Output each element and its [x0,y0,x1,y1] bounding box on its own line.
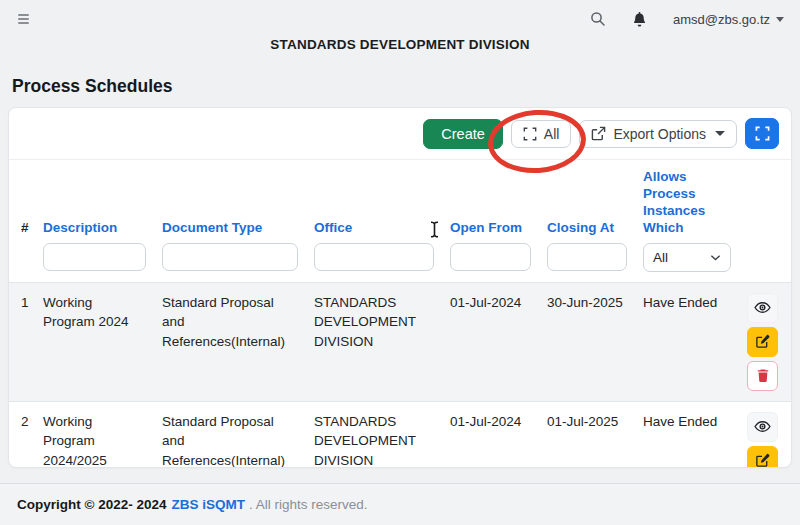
export-options-button[interactable]: Export Options [579,120,737,148]
copyright-text: Copyright © 2022- 2024 [17,497,167,512]
edit-icon [755,334,770,349]
column-header-actions [739,160,791,241]
chevron-down-icon [715,131,725,136]
rights-text: . All rights reserved. [249,497,368,512]
delete-button[interactable] [747,361,778,391]
header-row: # Description Document Type Office Open … [9,160,791,241]
eye-icon [754,418,771,435]
cell-closing-at: 01-Jul-2025 [539,401,635,468]
column-header-description[interactable]: Description [35,160,154,241]
column-header-open-from[interactable]: Open From [442,160,539,241]
expand-brackets-icon [523,127,537,141]
cell-open-from: 01-Jul-2024 [442,401,539,468]
cell-description: Working Program 2024 [35,282,154,401]
column-header-document-type[interactable]: Document Type [154,160,306,241]
cell-allows: Have Ended [635,401,739,468]
brand-link[interactable]: ZBS iSQMT [172,497,246,512]
export-icon [591,126,606,141]
edit-button[interactable] [747,327,778,357]
office-filter-input[interactable] [314,243,434,271]
chevron-down-icon [710,252,721,263]
cell-description: Working Program 2024/2025 [35,401,154,468]
show-all-button[interactable]: All [511,120,572,148]
cell-allows: Have Ended [635,282,739,401]
view-button[interactable] [747,412,778,442]
allows-filter-select[interactable]: All [643,243,731,272]
view-button[interactable] [747,293,778,323]
chevron-down-icon [776,17,784,22]
footer: Copyright © 2022- 2024 ZBS iSQMT . All r… [0,483,800,525]
fullscreen-button[interactable] [745,118,779,149]
cell-closing-at: 30-Jun-2025 [539,282,635,401]
column-header-closing-at[interactable]: Closing At [539,160,635,241]
create-button[interactable]: Create [423,119,503,149]
document-type-filter-input[interactable] [162,243,298,271]
user-account-dropdown[interactable]: amsd@zbs.go.tz [673,12,784,27]
user-email: amsd@zbs.go.tz [673,12,770,27]
page-title: Process Schedules [12,76,800,97]
cell-document-type: Standard Proposal and References(Interna… [154,401,306,468]
cell-document-type: Standard Proposal and References(Interna… [154,282,306,401]
division-title: STANDARDS DEVELOPMENT DIVISION [0,37,800,52]
closing-at-filter-input[interactable] [547,243,627,271]
search-icon[interactable] [590,11,606,27]
edit-icon [755,453,770,468]
fullscreen-icon [755,126,770,141]
cell-office: STANDARDS DEVELOPMENT DIVISION [306,282,442,401]
trash-icon [756,368,770,383]
cell-office: STANDARDS DEVELOPMENT DIVISION [306,401,442,468]
table-toolbar: Create All Export Options [9,108,791,160]
description-filter-input[interactable] [43,243,146,271]
eye-icon [754,299,771,316]
table-row: 1 Working Program 2024 Standard Proposal… [9,282,791,401]
cell-open-from: 01-Jul-2024 [442,282,539,401]
table-row: 2 Working Program 2024/2025 Standard Pro… [9,401,791,468]
filter-row: All [9,241,791,283]
column-header-allows[interactable]: Allows Process Instances Which [635,160,739,241]
process-schedules-card: Create All Export Options # Description … [8,107,792,468]
column-header-num[interactable]: # [9,160,35,241]
notifications-bell-icon[interactable] [632,11,647,27]
open-from-filter-input[interactable] [450,243,531,271]
process-schedules-table: # Description Document Type Office Open … [9,160,791,468]
topbar: amsd@zbs.go.tz [0,0,800,30]
column-header-office[interactable]: Office [306,160,442,241]
menu-toggle-icon[interactable] [16,12,31,26]
edit-button[interactable] [747,446,778,469]
